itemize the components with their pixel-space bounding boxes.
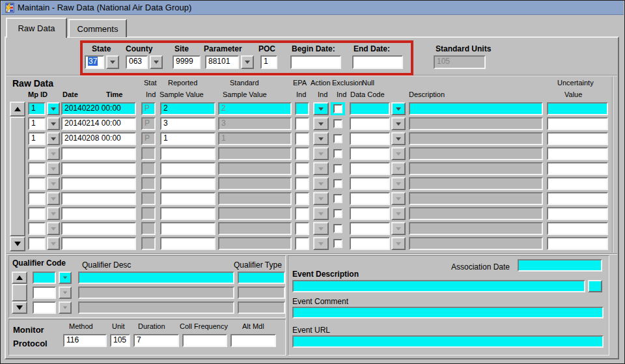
- uncertainty-value-field[interactable]: [547, 132, 608, 145]
- null-data-code-field[interactable]: [350, 132, 390, 145]
- state-field[interactable]: 37: [85, 55, 104, 69]
- null-data-code-field[interactable]: [350, 162, 390, 175]
- action-ind-dropdown-button[interactable]: [313, 177, 329, 190]
- null-data-code-dropdown-button[interactable]: [391, 207, 406, 220]
- parameter-dropdown-button[interactable]: [241, 55, 254, 69]
- poc-field[interactable]: 1: [260, 55, 277, 69]
- method-field[interactable]: 116: [63, 334, 107, 347]
- null-data-code-dropdown-button[interactable]: [391, 222, 406, 235]
- null-data-code-dropdown-button[interactable]: [391, 237, 406, 250]
- mp-id-dropdown-button[interactable]: [47, 162, 60, 175]
- epa-ind-field[interactable]: [295, 192, 309, 205]
- qualifier-scroll-up-button[interactable]: [12, 272, 27, 284]
- event-comment-field[interactable]: [292, 307, 604, 318]
- grid-scroll-thumb[interactable]: [10, 117, 25, 236]
- reported-sample-value-field[interactable]: [160, 177, 215, 190]
- reported-sample-value-field[interactable]: 1: [160, 132, 215, 145]
- reported-sample-value-field[interactable]: [160, 237, 215, 250]
- mp-id-field[interactable]: [28, 147, 46, 160]
- null-data-code-field[interactable]: [350, 102, 390, 115]
- date-time-field[interactable]: [61, 237, 136, 250]
- reported-sample-value-field[interactable]: [160, 207, 215, 220]
- epa-ind-field[interactable]: [295, 102, 309, 115]
- date-time-field[interactable]: 20140208 00:00: [61, 132, 136, 145]
- qualifier-code-field[interactable]: [33, 301, 56, 314]
- mp-id-dropdown-button[interactable]: [47, 177, 60, 190]
- mp-id-field[interactable]: [28, 162, 46, 175]
- null-data-code-dropdown-button[interactable]: [391, 162, 406, 175]
- mp-id-field[interactable]: 1: [28, 132, 46, 145]
- coll-frequency-field[interactable]: [182, 334, 227, 347]
- parameter-field[interactable]: 88101: [205, 55, 239, 69]
- qualifier-code-dropdown-button[interactable]: [59, 287, 72, 299]
- action-ind-dropdown-button[interactable]: [313, 192, 329, 205]
- exclusion-ind-checkbox[interactable]: [333, 209, 342, 218]
- uncertainty-value-field[interactable]: [547, 207, 608, 220]
- mp-id-field[interactable]: [28, 177, 46, 190]
- county-dropdown-button[interactable]: [150, 55, 163, 69]
- uncertainty-value-field[interactable]: [547, 117, 608, 130]
- tab-raw-data[interactable]: Raw Data: [6, 18, 67, 38]
- reported-sample-value-field[interactable]: [160, 147, 215, 160]
- uncertainty-value-field[interactable]: [547, 177, 608, 190]
- epa-ind-field[interactable]: [295, 132, 309, 145]
- date-time-field[interactable]: [61, 207, 136, 220]
- duration-field[interactable]: 7: [133, 334, 179, 347]
- uncertainty-value-field[interactable]: [547, 192, 608, 205]
- date-time-field[interactable]: 20140220 00:00: [61, 102, 136, 115]
- uncertainty-value-field[interactable]: [547, 237, 608, 250]
- uncertainty-value-field[interactable]: [547, 222, 608, 235]
- null-data-code-field[interactable]: [350, 222, 390, 235]
- epa-ind-field[interactable]: [295, 177, 309, 190]
- exclusion-ind-checkbox[interactable]: [333, 164, 342, 173]
- null-data-code-dropdown-button[interactable]: [391, 117, 406, 130]
- reported-sample-value-field[interactable]: 3: [160, 117, 215, 130]
- exclusion-ind-checkbox[interactable]: [333, 194, 342, 203]
- reported-sample-value-field[interactable]: [160, 222, 215, 235]
- mp-id-dropdown-button[interactable]: [47, 117, 60, 130]
- grid-scroll-up-button[interactable]: [10, 102, 25, 117]
- exclusion-ind-checkbox[interactable]: [333, 119, 342, 128]
- null-data-code-field[interactable]: [350, 147, 390, 160]
- null-data-code-dropdown-button[interactable]: [391, 192, 406, 205]
- qualifier-code-dropdown-button[interactable]: [59, 272, 72, 284]
- action-ind-dropdown-button[interactable]: [313, 117, 329, 130]
- epa-ind-field[interactable]: [295, 117, 309, 130]
- mp-id-field[interactable]: 1: [28, 102, 46, 115]
- exclusion-ind-checkbox[interactable]: [333, 224, 342, 233]
- state-dropdown-button[interactable]: [106, 55, 119, 69]
- action-ind-dropdown-button[interactable]: [313, 207, 329, 220]
- begin-date-field[interactable]: [290, 55, 341, 69]
- association-date-field[interactable]: [518, 259, 602, 272]
- mp-id-field[interactable]: [28, 237, 46, 250]
- exclusion-ind-checkbox[interactable]: [333, 134, 342, 143]
- exclusion-ind-checkbox[interactable]: [333, 149, 342, 158]
- null-data-code-dropdown-button[interactable]: [391, 102, 406, 115]
- reported-sample-value-field[interactable]: [160, 162, 215, 175]
- action-ind-dropdown-button[interactable]: [313, 132, 329, 145]
- qualifier-code-field[interactable]: [33, 287, 56, 299]
- reported-sample-value-field[interactable]: [160, 192, 215, 205]
- epa-ind-field[interactable]: [295, 207, 309, 220]
- mp-id-field[interactable]: [28, 192, 46, 205]
- date-time-field[interactable]: [61, 192, 136, 205]
- event-description-lov-button[interactable]: [588, 280, 602, 292]
- epa-ind-field[interactable]: [295, 237, 309, 250]
- action-ind-dropdown-button[interactable]: [313, 237, 329, 250]
- mp-id-field[interactable]: 1: [28, 117, 46, 130]
- mp-id-dropdown-button[interactable]: [47, 132, 60, 145]
- mp-id-dropdown-button[interactable]: [47, 102, 60, 115]
- action-ind-dropdown-button[interactable]: [313, 147, 329, 160]
- alt-mdl-field[interactable]: [230, 334, 276, 347]
- action-ind-dropdown-button[interactable]: [313, 102, 329, 115]
- uncertainty-value-field[interactable]: [547, 162, 608, 175]
- mp-id-field[interactable]: [28, 222, 46, 235]
- exclusion-ind-checkbox[interactable]: [333, 179, 342, 188]
- mp-id-dropdown-button[interactable]: [47, 147, 60, 160]
- county-field[interactable]: 063: [126, 55, 148, 69]
- date-time-field[interactable]: [61, 162, 136, 175]
- null-data-code-dropdown-button[interactable]: [391, 132, 406, 145]
- qualifier-scroll-down-button[interactable]: [12, 301, 27, 314]
- grid-scroll-down-button[interactable]: [10, 236, 25, 251]
- null-data-code-dropdown-button[interactable]: [391, 177, 406, 190]
